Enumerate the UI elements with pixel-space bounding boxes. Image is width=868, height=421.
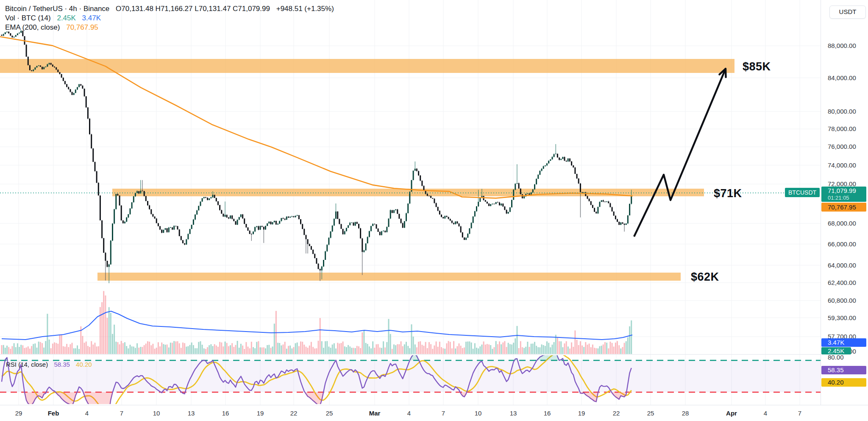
legend-ema-row[interactable]: EMA (200, close) 70,767.95: [5, 23, 334, 32]
legend-volume-row[interactable]: Vol · BTC (14) 2.45K 3.47K: [5, 14, 334, 23]
legend-symbol-row[interactable]: Bitcoin / TetherUS · 4h · Binance O70,13…: [5, 4, 334, 14]
symbol-price-tag: BTCUSDT: [785, 188, 820, 197]
time-axis-label: 28: [682, 410, 689, 417]
level-label-71k[interactable]: $71K: [714, 187, 742, 200]
ema-label: EMA (200, close): [5, 23, 60, 31]
price-axis-label: 80,000.00: [828, 108, 856, 115]
time-axis-label: 7: [442, 410, 445, 417]
change-value: +948.51 (+1.35%): [276, 5, 334, 13]
time-axis-label: 25: [647, 410, 654, 417]
time-axis-label: Mar: [369, 410, 381, 417]
time-axis-label: 7: [798, 410, 801, 417]
last-price-badge: 71,079.99 01:21:05: [821, 187, 866, 202]
bar-countdown: 01:21:05: [828, 195, 866, 201]
price-axis-label: 78,000.00: [828, 125, 856, 132]
time-axis-label: 10: [475, 410, 482, 417]
time-axis[interactable]: [0, 405, 868, 421]
price-axis-label: 60,800.00: [828, 297, 856, 304]
chart-window: Bitcoin / TetherUS · 4h · Binance O70,13…: [0, 0, 868, 421]
rsi-ma-value: 40.20: [76, 361, 92, 368]
volume-value-badge: 2.45K: [821, 347, 851, 354]
volume-value-blue: 3.47K: [82, 14, 101, 22]
price-axis-label: 66,000.00: [828, 240, 856, 248]
volume-value-teal: 2.45K: [57, 14, 75, 22]
time-axis-label: 22: [613, 410, 620, 417]
price-axis-label: 88,000.00: [828, 42, 856, 49]
level-label-62k[interactable]: $62K: [691, 270, 719, 284]
time-axis-label: 25: [326, 410, 333, 417]
level-label-85k[interactable]: $85K: [743, 60, 771, 73]
currency-toggle-button[interactable]: USDT: [829, 6, 866, 19]
rsi-value-badge: 58.35: [821, 366, 866, 374]
price-axis-label: 68,000.00: [828, 220, 856, 227]
price-axis-label: 74,000.00: [828, 162, 856, 169]
time-axis-label: 10: [153, 410, 160, 417]
time-axis-label: Feb: [48, 410, 59, 417]
ema-price-badge: 70,767.95: [821, 203, 866, 212]
time-axis-label: 13: [188, 410, 195, 417]
price-axis-label: 76,000.00: [828, 143, 856, 150]
rsi-ma-badge: 40.20: [821, 378, 866, 387]
time-axis-label: 7: [120, 410, 123, 417]
volume-ma-badge: 3.47K: [821, 338, 866, 347]
price-axis-label: 64,000.00: [828, 262, 856, 269]
legend: Bitcoin / TetherUS · 4h · Binance O70,13…: [5, 4, 334, 32]
time-axis-label: 22: [290, 410, 298, 417]
chart-surface[interactable]: [0, 0, 821, 405]
time-axis-label: 19: [257, 410, 264, 417]
time-axis-label: 4: [764, 410, 767, 417]
rsi-value: 58.35: [54, 361, 70, 368]
rsi-label: RSI (14, close): [6, 361, 48, 368]
time-axis-label: 29: [15, 410, 22, 417]
symbol-title: Bitcoin / TetherUS · 4h · Binance: [5, 5, 109, 13]
time-axis-label: 4: [85, 410, 89, 417]
time-axis-label: 13: [510, 410, 517, 417]
ema-value: 70,767.95: [66, 23, 98, 31]
time-axis-label: 19: [578, 410, 585, 417]
time-axis-label: Apr: [726, 410, 737, 417]
ohlc-values: O70,131.48 H71,166.27 L70,131.47 C71,079…: [116, 5, 270, 13]
price-axis-label: 59,300.00: [828, 314, 856, 321]
volume-label: Vol · BTC (14): [5, 14, 51, 22]
last-price-value: 71,079.99: [828, 187, 866, 195]
rsi-legend-row[interactable]: RSI (14, close) 58.35 40.20: [6, 361, 92, 368]
time-axis-label: 4: [407, 410, 411, 417]
time-axis-label: 16: [544, 410, 551, 417]
price-axis-label: 62,400.00: [828, 279, 856, 286]
time-axis-label: 16: [222, 410, 229, 417]
rsi-axis-label: 80.00: [828, 354, 844, 361]
price-axis-label: 84,000.00: [828, 74, 856, 81]
